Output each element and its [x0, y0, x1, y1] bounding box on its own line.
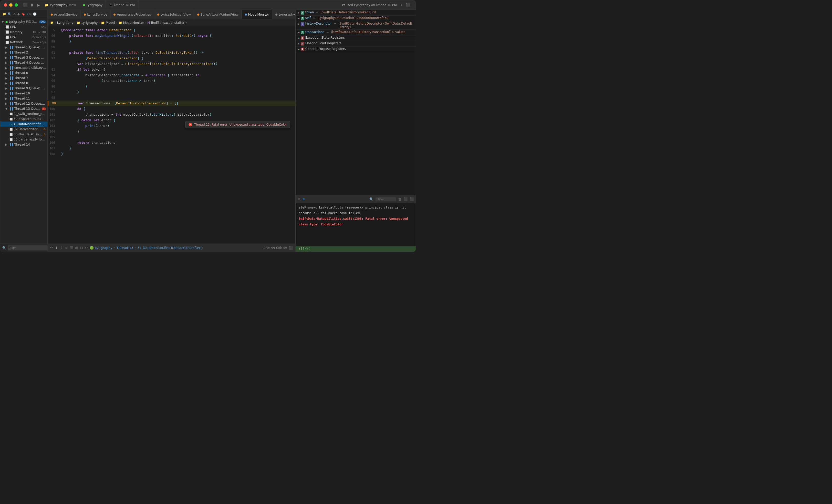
thread-4-item[interactable]: ▶ ▐▐ Thread 4 Queue: RPAC i…orkloop (ser… — [0, 60, 47, 65]
pause-button[interactable]: ⏸ — [29, 2, 34, 8]
thread-1-item[interactable]: ▶ ▐▐ Thread 1 Queue: NSMan…9041a0 (seria… — [0, 45, 47, 50]
console-tab[interactable]: ≡ — [303, 197, 305, 201]
close-button[interactable] — [4, 3, 7, 7]
thread-icon: ▐▐ — [9, 66, 13, 69]
tab-lyricsselectionview[interactable]: LyricsSelectionView — [154, 10, 194, 19]
console-line-5: class type: CodableColor — [299, 222, 413, 227]
tab-appearanceprops[interactable]: AppearanceProperties — [110, 10, 154, 19]
network-item[interactable]: ⬜ Network Zero KB/s — [0, 40, 47, 45]
warning-icon[interactable]: ⚠ — [13, 12, 16, 16]
tab-lyrigraphya[interactable]: LyrigraphyA — [272, 10, 295, 19]
tab-songartworkwidget[interactable]: SongArtworkWidgetView — [194, 10, 242, 19]
frame-33-item[interactable]: ⬜ 33 closure #1 in closure #1 in Data… ⚠ — [0, 132, 47, 137]
breadcrumb-model[interactable]: 📁 Model — [101, 21, 115, 25]
memory-value: 101.2 MB — [32, 30, 46, 34]
code-editor[interactable]: 5 @ModelActor final actor DataMonitor { … — [48, 26, 295, 244]
sidebar-toolbar: 📁 🔍 ⚠ ◆ 🔖 ℹ ⎘ 🕐 — [0, 10, 47, 18]
copy-icon[interactable]: ⎘ — [29, 12, 31, 16]
var-self-row[interactable]: ▶ A self = (Lyrigraphy.DataMonitor) 0x00… — [295, 16, 416, 21]
add-icon[interactable]: ＋ — [399, 3, 403, 7]
titlebar-tab-lyrigraphy[interactable]: Lyrigraphy — [80, 0, 106, 10]
cpu-item[interactable]: ⬜ CPU 0% — [0, 24, 47, 29]
frame-30-item[interactable]: ⬜ 30 dispatch thunk of SwiftData.Model… — [0, 116, 47, 121]
info-icon[interactable]: ℹ — [27, 12, 28, 16]
var-val: ([SwiftData.DefaultHistoryTransaction]) … — [331, 30, 414, 34]
filter-icon: 🔍 — [369, 197, 373, 201]
tab-dot — [51, 13, 53, 16]
jump-btn[interactable]: ↩ — [85, 246, 87, 250]
breadcrumb-lyrigraphy2[interactable]: 📁 Lyrigraphy — [77, 21, 98, 25]
tab-lyricsservice[interactable]: LyricsService — [81, 10, 110, 19]
maximize-button[interactable] — [15, 3, 18, 7]
thread-10-item[interactable]: ▶ ▐▐ Thread 10 — [0, 91, 47, 96]
fp-registers-row[interactable]: ▶ R Floating Point Registers — [295, 41, 416, 47]
code-line-93: 93 if let token { — [48, 67, 295, 73]
vars-btn[interactable]: ⊞ — [75, 246, 78, 250]
disk-icon: ⬜ — [5, 35, 9, 39]
code-lines: 5 @ModelActor final actor DataMonitor { … — [48, 26, 295, 158]
thread-11-item[interactable]: ▶ ▐▐ Thread 11 — [0, 96, 47, 101]
thread-14-arrow: ▶ — [5, 143, 8, 146]
tab-modelmonitor[interactable]: ModelMonitor — [242, 10, 272, 19]
eventfetch-item[interactable]: ▶ ▐▐ com.apple.uikit.eventfetch-thread (… — [0, 65, 47, 71]
tab-label: ModelMonitor — [248, 13, 269, 17]
bookmark-icon[interactable]: 🔖 — [21, 12, 25, 16]
sidebar-bottom: 🔍 ⚙ — [0, 244, 47, 252]
layout-btn[interactable]: ⬛ — [410, 197, 414, 201]
line-col-label: Line: 99 Col: 49 — [263, 246, 287, 250]
disk-item[interactable]: ⬜ Disk Zero KB/s — [0, 34, 47, 40]
var-historydescriptor-row[interactable]: ▶ L historyDescriptor = (SwiftData.Histo… — [295, 21, 416, 30]
folder-icon[interactable]: 📁 — [2, 12, 6, 16]
thread-10-arrow: ▶ — [5, 92, 8, 95]
thread-13-item[interactable]: ▼ ▐▐ Thread 13 Queue: NSM…05040 (serial)… — [0, 106, 47, 111]
minimize-button[interactable] — [9, 3, 12, 7]
var-transactions-row[interactable]: ▶ A transactions = ([SwiftData.DefaultHi… — [295, 30, 416, 35]
eye-icon[interactable]: 👁 — [298, 197, 301, 201]
breakpoint-icon[interactable]: ◆ — [18, 12, 20, 16]
frame-31-item[interactable]: → 31 DataMonitor.findTransactions(after:… — [0, 121, 47, 127]
clear-btn[interactable]: 🗑 — [398, 197, 401, 201]
thread-2-item[interactable]: ▶ ▐▐ Thread 2 — [0, 50, 47, 55]
exception-registers-row[interactable]: ▶ R Exception State Registers — [295, 35, 416, 41]
expand-arrow: ▶ — [298, 36, 300, 39]
disk-value: Zero KB/s — [32, 35, 46, 39]
frame-36-item[interactable]: ⬜ 36 partial apply for thunk for @escapi… — [0, 137, 47, 142]
filter-input[interactable] — [8, 245, 48, 250]
memory-item[interactable]: ⬜ Memory 101.2 MB — [0, 29, 47, 34]
frame-32-item[interactable]: ⬜ 32 DataMonitor.processNewTrans… ⚠ — [0, 127, 47, 132]
step-in-btn[interactable]: ↓ — [55, 246, 58, 250]
thread-7-item[interactable]: ▶ ▐▐ Thread 7 — [0, 76, 47, 81]
thread-12-item[interactable]: ▶ ▐▐ Thread 12 Queue: NSMa…91c270 (seria… — [0, 101, 47, 106]
continue-btn[interactable]: ⏵ — [65, 246, 68, 250]
frame-0-item[interactable]: ⬜ 0 _swift_runtime_on_report — [0, 111, 47, 116]
thread-8-item[interactable]: ▶ ▐▐ Thread 8 — [0, 81, 47, 86]
play-button[interactable]: ▶ — [36, 2, 41, 8]
titlebar-tab-iphone[interactable]: 📱 iPhone 16 Pro — [106, 0, 138, 10]
thread-indicator[interactable]: 🟢 Lyrigraphy ◦ Thread 13 ◦ 31 DataMonito… — [90, 246, 203, 250]
app-process-item[interactable]: ▼ ● Lyrigraphy PID 22266 0% — [0, 19, 47, 24]
thread-14-item[interactable]: ▶ ▐▐ Thread 14 — [0, 142, 47, 147]
var-name: self — [305, 16, 311, 20]
step-over-btn[interactable]: ↷ — [50, 246, 53, 250]
thread-3-item[interactable]: ▶ ▐▐ Thread 3 Queue: com.a…ive (concurre… — [0, 55, 47, 60]
scope-btn[interactable]: ⊟ — [80, 246, 83, 250]
step-out-btn[interactable]: ↑ — [60, 246, 63, 250]
var-token-row[interactable]: ▶ A token = (SwiftData.DefaultHistoryTok… — [295, 10, 416, 16]
breadcrumb-findtransactions[interactable]: M findTransactions(after:) — [147, 21, 187, 25]
gp-registers-row[interactable]: ▶ R General Purpose Registers — [295, 47, 416, 52]
history-icon[interactable]: 🕐 — [33, 12, 36, 16]
breadcrumb-lyrigraphy[interactable]: Lyrigraphy — [57, 21, 73, 25]
breadcrumb-modelmonitor[interactable]: 📁 ModelMonitor — [118, 21, 144, 25]
thread-9-item[interactable]: ▶ ▐▐ Thread 9 Queue: com.a…os (concurren… — [0, 86, 47, 91]
console-prompt[interactable]: (lldb) — [295, 246, 416, 252]
layout-icon2[interactable]: ⬛ — [289, 246, 293, 250]
tab-artworkservice[interactable]: ArtworkService — [48, 10, 81, 19]
view-toggle-btn[interactable]: ☰ — [70, 246, 73, 250]
expand-btn[interactable]: ⬛ — [404, 197, 408, 201]
sidebar-toggle-icon[interactable]: ⬛ — [23, 3, 27, 7]
thread-6-item[interactable]: ▶ ▐▐ Thread 6 — [0, 71, 47, 76]
layout-icon[interactable]: ⬛ — [406, 3, 410, 7]
console-filter[interactable] — [375, 197, 396, 201]
search-icon[interactable]: 🔍 — [8, 12, 11, 16]
tab-label: SongArtworkWidgetView — [201, 13, 238, 17]
